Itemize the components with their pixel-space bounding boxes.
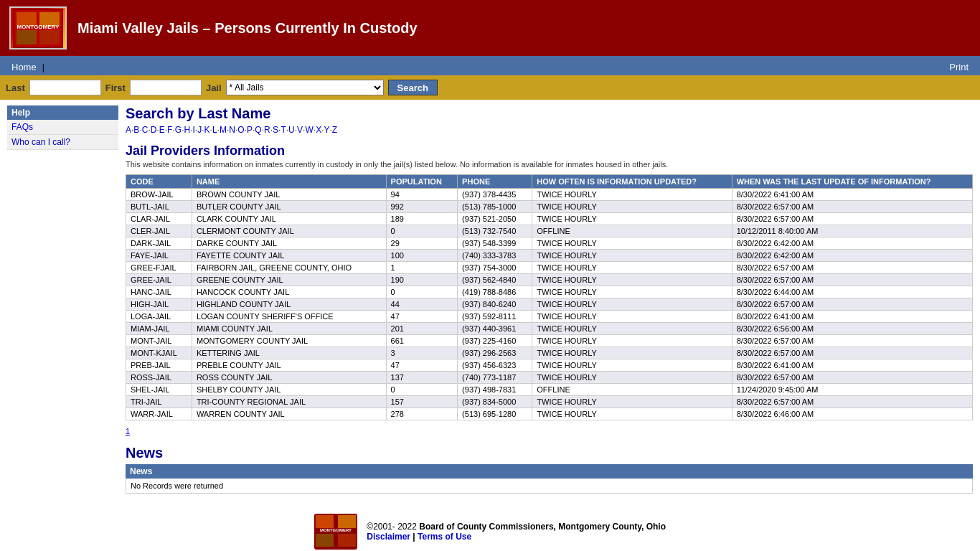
jail-providers-section: Jail Providers Information This website … [126, 143, 973, 438]
cell-phone: (513) 732-7540 [458, 225, 532, 237]
cell-last_update: 8/30/2022 6:56:00 AM [732, 323, 972, 335]
page-header: MONTGOMERY Miami Valley Jails – Persons … [0, 0, 980, 56]
cell-code: MIAM-JAIL [126, 323, 192, 335]
alpha-link-x[interactable]: X [316, 125, 321, 135]
alpha-link-z[interactable]: Z [332, 125, 337, 135]
cell-phone: (937) 498-7831 [458, 384, 532, 396]
cell-code: CLER-JAIL [126, 225, 192, 237]
table-row: HANC-JAILHANCOCK COUNTY JAIL0(419) 788-8… [126, 286, 973, 298]
cell-update_freq: TWICE HOURLY [532, 274, 732, 286]
svg-rect-4 [17, 30, 37, 44]
cell-phone: (513) 785-1000 [458, 201, 532, 213]
table-row: GREE-FJAILFAIRBORN JAIL, GREENE COUNTY, … [126, 262, 973, 274]
alpha-link-k[interactable]: K [204, 125, 210, 135]
sidebar-help-header: Help [7, 105, 118, 120]
cell-population: 157 [386, 396, 458, 408]
alpha-link-m[interactable]: M [220, 125, 227, 135]
cell-phone: (937) 592-8111 [458, 311, 532, 323]
alpha-link-f[interactable]: F [167, 125, 172, 135]
disclaimer-link[interactable]: Disclaimer [367, 532, 410, 542]
alpha-link-c[interactable]: C [142, 125, 149, 135]
alpha-link-e[interactable]: E [159, 125, 165, 135]
first-name-input[interactable] [130, 80, 202, 95]
cell-population: 0 [386, 286, 458, 298]
cell-name: CLARK COUNTY JAIL [192, 213, 386, 225]
cell-update_freq: TWICE HOURLY [532, 311, 732, 323]
table-row: PREB-JAILPREBLE COUNTY JAIL47(937) 456-6… [126, 359, 973, 372]
cell-last_update: 10/12/2011 8:40:00 AM [732, 225, 972, 237]
cell-name: MIAMI COUNTY JAIL [192, 323, 386, 335]
col-phone: PHONE [458, 175, 532, 189]
cell-name: FAIRBORN JAIL, GREENE COUNTY, OHIO [192, 262, 386, 274]
alpha-link-o[interactable]: O [237, 125, 244, 135]
sidebar-item-who-can-i-call[interactable]: Who can I call? [7, 135, 118, 150]
table-row: WARR-JAILWARREN COUNTY JAIL278(513) 695-… [126, 408, 973, 420]
cell-last_update: 11/24/2020 9:45:00 AM [732, 384, 972, 396]
alpha-link-n[interactable]: N [229, 125, 235, 135]
alpha-link-l[interactable]: L [212, 125, 217, 135]
last-name-input[interactable] [29, 80, 101, 95]
news-section: News News No Records were returned [126, 445, 973, 494]
svg-rect-5 [39, 30, 60, 44]
cell-name: TRI-COUNTY REGIONAL JAIL [192, 396, 386, 408]
news-title: News [126, 445, 973, 461]
alpha-link-r[interactable]: R [264, 125, 270, 135]
terms-link[interactable]: Terms of Use [418, 532, 471, 542]
alpha-link-g[interactable]: G [175, 125, 182, 135]
cell-name: HIGHLAND COUNTY JAIL [192, 298, 386, 311]
alpha-link-b[interactable]: B [133, 125, 139, 135]
cell-phone: (419) 788-8486 [458, 286, 532, 298]
cell-code: BUTL-JAIL [126, 201, 192, 213]
search-section-title: Search by Last Name [126, 105, 973, 122]
cell-code: MONT-KJAIL [126, 347, 192, 359]
jail-select[interactable]: * All JailsBROW-JAILBUTL-JAILCLAR-JAILCL… [226, 80, 384, 95]
cell-phone: (937) 296-2563 [458, 347, 532, 359]
alpha-link-a[interactable]: A [126, 125, 131, 135]
cell-phone: (740) 333-3783 [458, 250, 532, 262]
cell-phone: (937) 548-3399 [458, 237, 532, 250]
table-row: BUTL-JAILBUTLER COUNTY JAIL992(513) 785-… [126, 201, 973, 213]
cell-name: BROWN COUNTY JAIL [192, 189, 386, 201]
first-label: First [105, 83, 126, 93]
alpha-link-v[interactable]: V [297, 125, 303, 135]
cell-update_freq: TWICE HOURLY [532, 262, 732, 274]
alpha-link-h[interactable]: H [184, 125, 190, 135]
cell-code: CLAR-JAIL [126, 213, 192, 225]
cell-name: WARREN COUNTY JAIL [192, 408, 386, 420]
print-area: Print [943, 59, 974, 75]
alpha-link-y[interactable]: Y [324, 125, 329, 135]
sidebar-item-faqs[interactable]: FAQs [7, 120, 118, 135]
alpha-link-w[interactable]: W [305, 125, 313, 135]
cell-update_freq: TWICE HOURLY [532, 213, 732, 225]
cell-population: 1 [386, 262, 458, 274]
cell-update_freq: TWICE HOURLY [532, 286, 732, 298]
alpha-link-u[interactable]: U [288, 125, 295, 135]
alpha-link-p[interactable]: P [247, 125, 253, 135]
cell-name: LOGAN COUNTY SHERIFF'S OFFICE [192, 311, 386, 323]
cell-phone: (937) 840-6240 [458, 298, 532, 311]
home-link[interactable]: Home [6, 59, 42, 75]
cell-population: 100 [386, 250, 458, 262]
cell-phone: (937) 225-4160 [458, 335, 532, 347]
cell-update_freq: TWICE HOURLY [532, 323, 732, 335]
cell-population: 29 [386, 237, 458, 250]
cell-population: 137 [386, 372, 458, 384]
alpha-link-d[interactable]: D [151, 125, 157, 135]
cell-last_update: 8/30/2022 6:44:00 AM [732, 286, 972, 298]
cell-last_update: 8/30/2022 6:42:00 AM [732, 250, 972, 262]
cell-name: CLERMONT COUNTY JAIL [192, 225, 386, 237]
cell-phone: (937) 562-4840 [458, 274, 532, 286]
cell-update_freq: TWICE HOURLY [532, 359, 732, 372]
news-header: News [126, 464, 973, 479]
alpha-link-s[interactable]: S [273, 125, 278, 135]
table-row: MIAM-JAILMIAMI COUNTY JAIL201(937) 440-3… [126, 323, 973, 335]
main-content: Help FAQs Who can I call? Search by Last… [0, 100, 980, 499]
alpha-link-t[interactable]: T [281, 125, 286, 135]
print-link[interactable]: Print [943, 59, 974, 75]
alpha-link-q[interactable]: Q [255, 125, 261, 135]
cell-update_freq: OFFLINE [532, 384, 732, 396]
page-1-link[interactable]: 1 [126, 427, 130, 435]
search-button[interactable]: Search [388, 80, 438, 95]
col-population: POPULATION [386, 175, 458, 189]
searchbar: Last First Jail * All JailsBROW-JAILBUTL… [0, 75, 980, 100]
